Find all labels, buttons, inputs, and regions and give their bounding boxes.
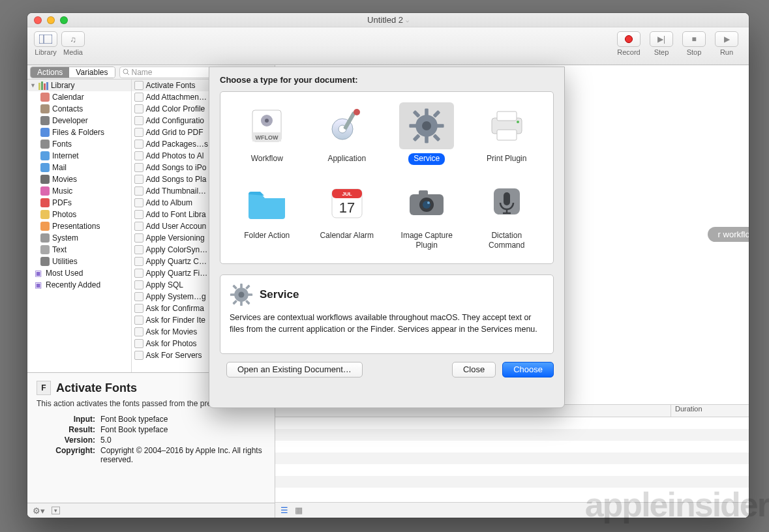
log-col-duration[interactable]: Duration	[671, 405, 749, 417]
open-existing-button[interactable]: Open an Existing Document…	[226, 362, 363, 377]
record-button[interactable]	[617, 31, 641, 47]
library-toggle-label: Library	[35, 48, 57, 56]
library-mode-segmented[interactable]: Actions Variables	[30, 66, 115, 78]
type-print-plugin[interactable]: Print Plugin	[467, 102, 547, 165]
category-icon	[40, 257, 50, 266]
traffic-lights	[34, 16, 68, 24]
category-icon	[40, 93, 50, 102]
svg-rect-18	[437, 124, 444, 128]
type-workflow[interactable]: WFLOWWorkflow	[227, 102, 307, 165]
svg-point-26	[517, 121, 519, 123]
close-window-button[interactable]	[34, 16, 42, 24]
action-icon	[134, 163, 143, 172]
svg-rect-49	[232, 300, 237, 305]
tab-variables[interactable]: Variables	[69, 67, 114, 78]
action-icon	[134, 93, 143, 102]
title-menu-chevron-icon[interactable]: ⌵	[406, 17, 409, 23]
smart-folder-icon: ▣	[33, 268, 43, 278]
svg-point-12	[354, 109, 360, 115]
category-icon	[40, 140, 50, 149]
category-item[interactable]: PDFs	[27, 197, 131, 209]
folder-action-icon	[239, 179, 294, 226]
type-calendar-alarm[interactable]: JUL17Calendar Alarm	[307, 179, 387, 252]
category-list[interactable]: ▼ Library CalendarContactsDeveloperFiles…	[27, 80, 132, 372]
type-application[interactable]: Application	[307, 102, 387, 165]
svg-text:JUL: JUL	[342, 191, 352, 197]
action-icon	[134, 280, 143, 289]
category-item[interactable]: Internet	[27, 150, 131, 162]
svg-rect-25	[497, 130, 517, 140]
list-view-icon[interactable]: ☰	[280, 505, 288, 515]
step-button[interactable]: ▶|	[650, 31, 673, 47]
category-icon	[40, 116, 50, 125]
category-item[interactable]: System	[27, 232, 131, 244]
library-toggle-button[interactable]	[34, 31, 57, 47]
toolbar: Library ♫ Media Record ▶|Step ■Stop ▶Run	[27, 27, 749, 65]
library-header[interactable]: ▼ Library	[27, 80, 131, 91]
action-icon	[134, 128, 143, 137]
action-icon	[134, 304, 143, 313]
category-item[interactable]: Mail	[27, 162, 131, 173]
category-item[interactable]: Movies	[27, 173, 131, 185]
svg-rect-43	[240, 301, 243, 306]
svg-rect-47	[245, 300, 250, 305]
action-icon	[134, 351, 143, 360]
category-item[interactable]: Calendar	[27, 91, 131, 103]
disclosure-toggle-icon[interactable]: ▾	[52, 507, 60, 514]
media-label: Media	[63, 48, 83, 56]
desc-title: Service	[260, 288, 299, 301]
stop-button[interactable]: ■	[682, 31, 706, 47]
svg-rect-42	[240, 284, 243, 288]
service-gear-icon	[230, 283, 253, 306]
svg-rect-15	[425, 108, 429, 115]
zoom-window-button[interactable]	[60, 16, 68, 24]
media-button[interactable]: ♫	[61, 31, 85, 47]
titlebar: Untitled 2⌵	[27, 13, 749, 27]
category-item[interactable]: Fonts	[27, 138, 131, 150]
grid-view-icon[interactable]: ▦	[295, 505, 303, 515]
record-icon	[625, 35, 633, 43]
smart-folder-item[interactable]: ▣Recently Added	[27, 279, 131, 291]
action-icon	[134, 292, 143, 301]
library-footer: ⚙︎▾ ▾	[27, 503, 275, 518]
type-folder-action[interactable]: Folder Action	[227, 179, 307, 252]
action-icon	[134, 316, 143, 325]
category-item[interactable]: Text	[27, 244, 131, 256]
category-item[interactable]: Files & Folders	[27, 126, 131, 138]
type-description: Service Services are contextual workflow…	[220, 274, 554, 354]
action-icon	[134, 222, 143, 231]
smart-folder-icon: ▣	[33, 280, 43, 290]
run-button[interactable]: ▶	[715, 31, 738, 47]
template-chooser-sheet: Choose a type for your document: WFLOWWo…	[209, 66, 565, 408]
category-item[interactable]: Contacts	[27, 103, 131, 115]
action-icon	[134, 198, 143, 207]
category-item[interactable]: Photos	[27, 209, 131, 220]
gear-menu-icon[interactable]: ⚙︎▾	[33, 506, 45, 516]
service-icon	[399, 102, 454, 149]
stop-icon: ■	[691, 35, 696, 44]
action-icon	[134, 104, 143, 113]
type-image-capture-plugin[interactable]: Image CapturePlugin	[387, 179, 467, 252]
type-service[interactable]: Service	[387, 102, 467, 165]
smart-folder-item[interactable]: ▣Most Used	[27, 267, 131, 279]
category-icon	[40, 151, 50, 160]
category-item[interactable]: Developer	[27, 115, 131, 126]
category-item[interactable]: Music	[27, 185, 131, 197]
search-icon	[123, 68, 130, 76]
close-button[interactable]: Close	[452, 362, 496, 377]
svg-point-41	[239, 291, 245, 297]
category-item[interactable]: Utilities	[27, 256, 131, 267]
application-icon	[320, 102, 374, 149]
type-dictation-command[interactable]: DictationCommand	[467, 179, 547, 252]
detail-title: Activate Fonts	[56, 381, 137, 395]
svg-text:17: 17	[339, 200, 355, 216]
svg-rect-44	[230, 293, 235, 296]
category-icon	[40, 222, 50, 231]
minimize-window-button[interactable]	[47, 16, 55, 24]
svg-rect-20	[433, 134, 441, 141]
tab-actions[interactable]: Actions	[31, 67, 69, 78]
library-icon	[38, 81, 48, 90]
category-item[interactable]: Presentations	[27, 220, 131, 232]
choose-button[interactable]: Choose	[502, 362, 554, 377]
category-icon	[40, 104, 50, 113]
